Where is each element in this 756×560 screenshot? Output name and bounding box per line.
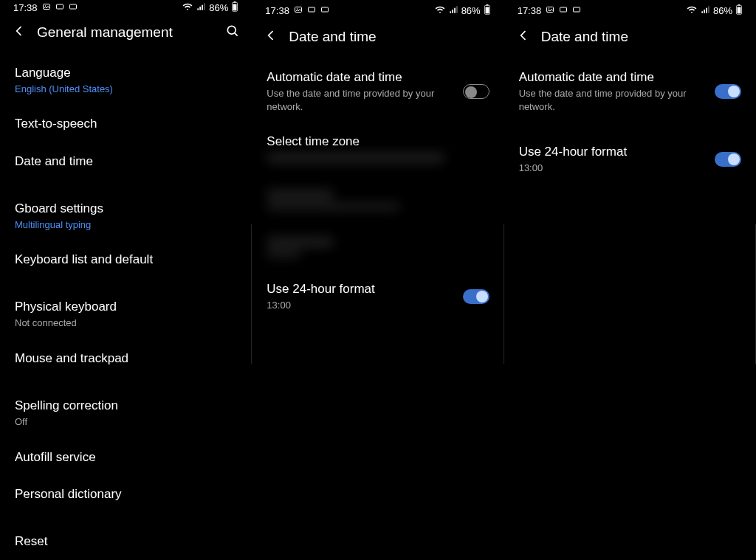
item-label: Automatic date and time	[267, 69, 455, 86]
svg-rect-18	[454, 7, 456, 13]
item-dictionary[interactable]: Personal dictionary	[0, 476, 252, 513]
item-reset[interactable]: Reset	[0, 523, 252, 560]
svg-rect-3	[69, 4, 76, 9]
item-label: Spelling correction	[15, 398, 237, 414]
item-gboard[interactable]: Gboard settings Multilingual typing	[0, 190, 252, 242]
item-sub: English (United States)	[15, 83, 237, 96]
item-date-time[interactable]: Date and time	[0, 143, 252, 180]
wifi-icon	[687, 4, 697, 17]
svg-rect-7	[204, 4, 205, 10]
screen-header: Date and time	[252, 21, 504, 59]
card-icon-2	[572, 5, 581, 16]
item-label: Personal dictionary	[15, 486, 237, 502]
search-icon[interactable]	[225, 24, 240, 41]
svg-rect-21	[486, 4, 488, 5]
svg-point-11	[228, 26, 236, 34]
item-keyboard-list[interactable]: Keyboard list and default	[0, 241, 252, 278]
back-icon[interactable]	[12, 24, 27, 41]
screen-header: General management	[0, 16, 252, 55]
status-bar: 17:38 86%	[252, 0, 504, 21]
card-icon-2	[69, 2, 78, 13]
item-label: Mouse and trackpad	[15, 350, 237, 367]
svg-rect-25	[560, 7, 567, 12]
status-time: 17:38	[265, 5, 289, 16]
toggle-24h[interactable]	[463, 289, 489, 304]
back-icon[interactable]	[516, 28, 531, 46]
battery-percent: 86%	[209, 2, 228, 13]
svg-rect-29	[706, 7, 707, 13]
item-language[interactable]: Language English (United States)	[0, 55, 252, 106]
svg-rect-16	[450, 11, 451, 13]
item-label: Date and time	[15, 153, 237, 170]
panel-date-time-off: 17:38 86% Date and time Automatic date a…	[252, 0, 504, 560]
signal-icon	[700, 4, 710, 17]
item-sub: Use the date and time provided by your n…	[267, 87, 455, 113]
svg-rect-17	[452, 10, 453, 13]
back-icon[interactable]	[264, 28, 278, 46]
status-bar: 17:38 86%	[504, 0, 756, 21]
svg-rect-14	[308, 7, 315, 12]
image-icon	[42, 2, 51, 13]
item-physical-keyboard[interactable]: Physical keyboard Not connected	[0, 288, 252, 340]
settings-list: Automatic date and time Use the date and…	[504, 59, 756, 185]
item-spelling[interactable]: Spelling correction Off	[0, 387, 252, 439]
item-label: Reset	[15, 533, 237, 550]
item-24h[interactable]: Use 24-hour format 13:00	[504, 134, 756, 185]
svg-rect-28	[704, 10, 705, 13]
wifi-icon	[182, 1, 193, 14]
svg-rect-15	[321, 7, 328, 12]
svg-rect-2	[56, 4, 63, 9]
item-autofill[interactable]: Autofill service	[0, 439, 252, 476]
svg-rect-27	[701, 11, 703, 13]
card-icon	[55, 2, 64, 13]
svg-rect-30	[708, 6, 709, 13]
signal-icon	[448, 4, 458, 17]
panel-date-time-on: 17:38 86% Date and time Automatic date a…	[504, 0, 756, 560]
image-icon	[546, 5, 554, 16]
status-time: 17:38	[13, 2, 38, 13]
item-24h[interactable]: Use 24-hour format 13:00	[252, 271, 504, 322]
item-label: Automatic date and time	[519, 69, 707, 86]
item-label: Language	[15, 65, 237, 81]
item-tts[interactable]: Text-to-speech	[0, 106, 252, 142]
svg-point-24	[549, 8, 550, 10]
screen-title: Date and time	[541, 29, 744, 45]
battery-icon	[484, 4, 491, 17]
toggle-auto-date[interactable]	[463, 84, 489, 99]
item-label: Autofill service	[15, 449, 237, 466]
svg-point-1	[44, 6, 46, 7]
battery-percent: 86%	[713, 5, 732, 16]
item-label: Text-to-speech	[15, 116, 237, 132]
item-label: Select time zone	[267, 134, 489, 150]
svg-rect-26	[574, 7, 580, 12]
item-sub: Not connected	[15, 317, 237, 330]
item-label: Gboard settings	[15, 201, 237, 217]
item-select-tz[interactable]: Select time zone	[252, 123, 504, 176]
item-auto-date[interactable]: Automatic date and time Use the date and…	[504, 59, 756, 123]
wifi-icon	[435, 4, 445, 17]
redacted-item	[252, 176, 504, 224]
screen-title: Date and time	[289, 29, 492, 45]
panel-general-management: 17:38 86% Gen	[0, 0, 252, 560]
signal-icon	[196, 1, 206, 14]
card-icon-2	[320, 5, 329, 16]
svg-rect-6	[202, 5, 203, 10]
item-label: Use 24-hour format	[519, 144, 707, 160]
svg-rect-4	[198, 9, 199, 10]
card-icon	[559, 5, 568, 16]
item-sub: 13:00	[267, 299, 455, 312]
image-icon	[294, 5, 303, 16]
svg-rect-33	[738, 7, 741, 13]
status-bar: 17:38 86%	[0, 0, 252, 16]
item-sub: Use the date and time provided by your n…	[519, 87, 707, 113]
svg-point-13	[297, 8, 298, 10]
toggle-24h[interactable]	[715, 152, 741, 167]
settings-list: Language English (United States) Text-to…	[0, 55, 252, 560]
toggle-auto-date[interactable]	[715, 84, 741, 99]
svg-rect-19	[456, 6, 458, 13]
item-auto-date[interactable]: Automatic date and time Use the date and…	[252, 59, 504, 123]
screen-header: Date and time	[504, 21, 756, 59]
item-mouse-trackpad[interactable]: Mouse and trackpad	[0, 340, 252, 377]
battery-icon	[735, 4, 743, 17]
screen-title: General management	[37, 24, 215, 41]
